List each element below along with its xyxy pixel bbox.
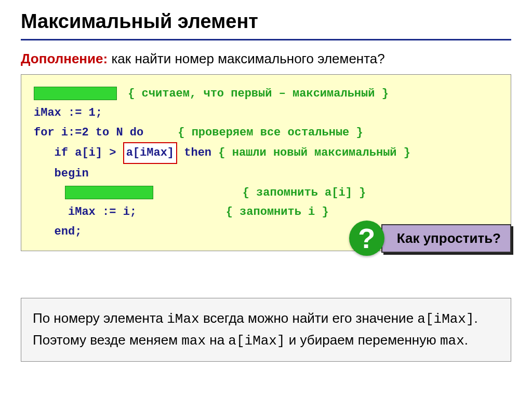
highlight-aimax: a[iMax] bbox=[123, 142, 177, 163]
footer-text: на bbox=[206, 332, 228, 348]
comment: { нашли новый максимальный } bbox=[218, 146, 410, 159]
callout-text: Как упростить? bbox=[381, 224, 511, 253]
mono-text: a[iMax] bbox=[228, 333, 285, 349]
code-line: iMax := 1; bbox=[34, 106, 102, 119]
footer-text: . bbox=[464, 332, 468, 348]
hidden-code-2 bbox=[65, 186, 153, 199]
code-line: begin bbox=[34, 167, 89, 180]
hidden-code-1 bbox=[34, 87, 117, 100]
code-line: iMax := i; bbox=[34, 205, 137, 218]
mono-text: iMax bbox=[167, 311, 199, 327]
footer-text: всегда можно найти его значение bbox=[200, 310, 418, 326]
subtitle: Дополнение: как найти номер максимальног… bbox=[21, 51, 511, 67]
comment: { считаем, что первый – максимальный } bbox=[128, 87, 389, 100]
question-icon: ? bbox=[349, 221, 384, 256]
callout: ? Как упростить? bbox=[349, 221, 511, 256]
comment: { запомнить a[i] } bbox=[243, 186, 366, 199]
page-title: Максимальный элемент bbox=[21, 10, 511, 33]
subtitle-text: как найти номер максимального элемента? bbox=[108, 51, 385, 66]
divider bbox=[21, 39, 511, 40]
mono-text: max bbox=[440, 333, 464, 349]
comment: { запомнить i } bbox=[226, 205, 329, 218]
footer-note: По номеру элемента iMax всегда можно най… bbox=[21, 298, 511, 362]
subtitle-label: Дополнение: bbox=[21, 51, 108, 66]
comment: { проверяем все остальные } bbox=[178, 126, 363, 139]
code-line: end; bbox=[34, 225, 82, 238]
code-line: if a[i] > bbox=[34, 146, 123, 159]
mono-text: a[iMax] bbox=[417, 311, 474, 327]
mono-text: max bbox=[181, 333, 206, 349]
code-line: then bbox=[177, 146, 218, 159]
code-line: for i:=2 to N do bbox=[34, 126, 143, 139]
footer-text: и убираем переменную bbox=[285, 332, 440, 348]
footer-text: По номеру элемента bbox=[33, 310, 167, 326]
